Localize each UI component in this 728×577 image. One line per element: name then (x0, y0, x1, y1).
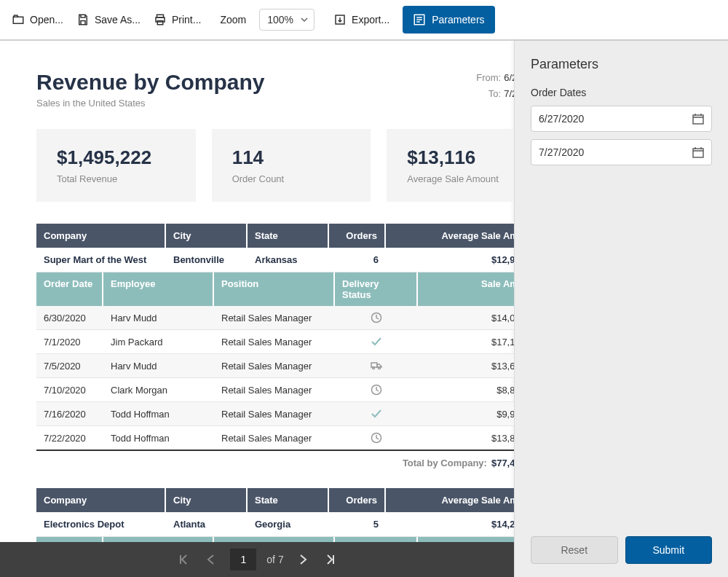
company-total-row: Total by Company:$77,400.00 (36, 451, 514, 475)
col-orders: Orders (329, 488, 386, 512)
print-button[interactable]: Print... (154, 13, 201, 26)
kpi-label: Total Revenue (57, 173, 175, 184)
next-page-button[interactable] (294, 551, 312, 568)
cell-date: 6/30/2020 (36, 306, 103, 329)
col-employee: Employee (103, 272, 214, 306)
col-state: State (248, 224, 329, 248)
company-city: Atlanta (166, 512, 248, 536)
company-block: CompanyCityStateOrdersAverage Sale Amoun… (36, 488, 514, 542)
prev-page-button[interactable] (202, 551, 220, 568)
company-header-row: CompanyCityStateOrdersAverage Sale Amoun… (36, 224, 514, 248)
chevron-down-icon (301, 16, 308, 23)
panel-title: Parameters (515, 41, 728, 82)
export-button[interactable]: Export... (333, 13, 389, 26)
cell-employee: Harv Mudd (103, 354, 214, 377)
kpi-value: $13,116 (407, 146, 514, 169)
report-viewer: Revenue by Company Sales in the United S… (0, 41, 514, 577)
zoom-value: 100% (267, 14, 293, 25)
company-avg: $12,900.00 (386, 248, 514, 272)
cell-date: 7/22/2020 (36, 426, 103, 450)
date-to-value: 7/27/2020 (539, 146, 584, 158)
detail-row: 6/30/2020Harv MuddRetail Sales Manager$1… (36, 306, 514, 330)
print-icon (154, 13, 167, 26)
from-value: 6/27/2020 (504, 72, 514, 83)
export-label: Export... (352, 14, 389, 25)
report-subtitle: Sales in the United States (36, 98, 264, 109)
company-state: Georgia (248, 512, 329, 536)
parameters-panel: Parameters Order Dates 6/27/2020 7/27/20… (514, 41, 728, 577)
company-name: Electronics Depot (36, 512, 166, 536)
parameters-button[interactable]: Parameters (403, 6, 494, 34)
last-page-button[interactable] (322, 551, 339, 568)
date-from-input[interactable]: 6/27/2020 (531, 106, 712, 132)
date-to-input[interactable]: 7/27/2020 (531, 139, 712, 165)
page-input[interactable] (230, 549, 256, 570)
date-from-value: 6/27/2020 (539, 113, 584, 125)
parameters-icon (413, 13, 426, 26)
col-avg: Average Sale Amount (386, 224, 514, 248)
calendar-icon (692, 146, 704, 158)
company-name: Super Mart of the West (36, 248, 166, 272)
total-value: $77,400.00 (491, 458, 514, 468)
col-delivery-status: Delivery Status (335, 272, 418, 306)
col-sale-amount: Sale Amount (418, 537, 514, 542)
save-icon (76, 13, 90, 26)
truck-icon (371, 360, 382, 372)
kpi-label: Order Count (232, 173, 351, 184)
print-label: Print... (172, 14, 201, 25)
company-state: Arkansas (248, 248, 329, 272)
cell-status (335, 306, 418, 329)
company-header-row: CompanyCityStateOrdersAverage Sale Amoun… (36, 488, 514, 512)
cell-position: Retail Sales Manager (214, 426, 335, 450)
cell-date: 7/10/2020 (36, 378, 103, 401)
cell-amount: $13,650.00 (418, 354, 514, 377)
cell-amount: $17,100.00 (418, 330, 514, 353)
col-city: City (166, 488, 248, 512)
parameters-label: Parameters (432, 14, 484, 25)
zoom-label: Zoom (220, 14, 246, 25)
submit-button[interactable]: Submit (625, 536, 713, 564)
svg-rect-12 (693, 149, 703, 157)
kpi-order-count: 114 Order Count (212, 129, 371, 202)
export-icon (333, 13, 347, 26)
col-company: Company (36, 488, 166, 512)
clock-icon (371, 312, 382, 323)
clock-icon (371, 384, 382, 396)
reset-button[interactable]: Reset (531, 536, 618, 564)
to-value: 7/27/2020 (504, 88, 514, 99)
kpi-value: $1,495,222 (57, 146, 175, 169)
zoom-select[interactable]: 100% (259, 9, 314, 31)
total-label: Total by Company: (403, 458, 487, 468)
page-of-label: of 7 (266, 554, 283, 565)
company-summary-row: Electronics DepotAtlantaGeorgia5$14,255.… (36, 512, 514, 537)
calendar-icon (692, 113, 704, 125)
detail-header-row: Order DateEmployeePositionDelivery Statu… (36, 272, 514, 306)
detail-row: 7/10/2020Clark MorganRetail Sales Manage… (36, 378, 514, 402)
detail-header-row: Order DateEmployeePositionDelivery Statu… (36, 537, 514, 542)
cell-employee: Todd Hoffman (103, 402, 214, 425)
col-state: State (248, 488, 329, 512)
save-as-button[interactable]: Save As... (76, 13, 141, 26)
detail-row: 7/1/2020Jim PackardRetail Sales Manager$… (36, 330, 514, 354)
save-as-label: Save As... (95, 14, 141, 25)
kpi-value: 114 (232, 146, 351, 169)
check-icon (371, 408, 382, 420)
kpi-total-revenue: $1,495,222 Total Revenue (36, 129, 196, 202)
to-label: To: (488, 88, 501, 99)
order-dates-label: Order Dates (531, 87, 712, 98)
kpi-avg-sale: $13,116 Average Sale Amount (387, 129, 514, 202)
col-avg: Average Sale Amount (386, 488, 514, 512)
cell-status (335, 378, 418, 401)
report-title: Revenue by Company (36, 70, 264, 95)
company-orders: 5 (329, 512, 386, 536)
cell-status (335, 330, 418, 353)
cell-position: Retail Sales Manager (214, 378, 335, 401)
first-page-button[interactable] (175, 551, 192, 568)
open-button[interactable]: Open... (12, 13, 63, 26)
cell-employee: Todd Hoffman (103, 426, 214, 450)
company-city: Bentonville (166, 248, 248, 272)
cell-status (335, 354, 418, 377)
company-orders: 6 (329, 248, 386, 272)
col-company: Company (36, 224, 166, 248)
cell-amount: $14,050.00 (418, 306, 514, 329)
